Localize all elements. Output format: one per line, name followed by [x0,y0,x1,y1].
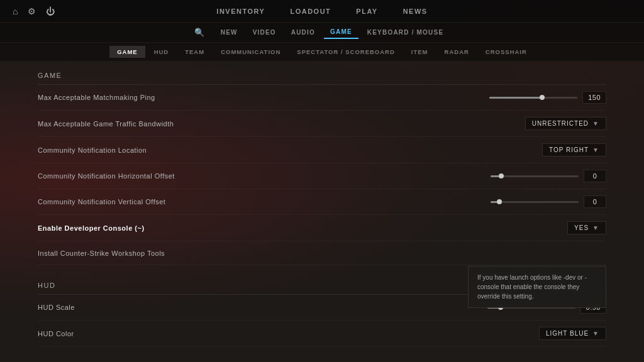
setting-row-notif-h-offset: Community Notification Horizontal Offset… [38,163,606,189]
sec-nav-game[interactable]: GAME [324,26,358,39]
max-ping-value[interactable]: 150 [582,91,606,104]
bandwidth-dropdown[interactable]: UNRESTRICTED ▼ [525,117,606,130]
max-ping-thumb[interactable] [540,95,545,100]
notif-v-value[interactable]: 0 [584,195,606,208]
game-section-header: Game [38,62,606,85]
tert-nav-communication[interactable]: COMMUNICATION [213,46,288,58]
setting-row-notif-v-offset: Community Notification Vertical Offset 0 [38,189,606,215]
dev-console-arrow: ▼ [592,224,599,231]
setting-row-notif-location: Community Notification Location TOP RIGH… [38,137,606,163]
settings-icon[interactable]: ⚙ [28,6,36,16]
notif-h-slider[interactable] [491,175,579,177]
nav-inventory[interactable]: INVENTORY [216,8,265,15]
notif-location-label: Community Notification Location [38,146,468,154]
tert-nav-spectator[interactable]: SPECTATOR / SCOREBOARD [289,46,402,58]
top-nav: ⌂ ⚙ ⏻ INVENTORY LOADOUT PLAY NEWS [0,0,644,23]
search-icon[interactable]: 🔍 [194,28,204,37]
settings-content: Game Max Acceptable Matchmaking Ping 150… [0,62,644,362]
notif-v-offset-label: Community Notification Vertical Offset [38,198,468,206]
dev-console-label: Enable Developer Console (~) [38,224,468,232]
hud-color-label: HUD Color [38,330,468,337]
tert-nav-crosshair[interactable]: CROSSHAIR [478,46,535,58]
dev-console-value: YES [574,224,589,231]
tert-nav-radar[interactable]: RADAR [437,46,477,58]
home-icon[interactable]: ⌂ [13,6,18,16]
sec-nav-video[interactable]: VIDEO [247,26,282,38]
power-icon[interactable]: ⏻ [46,6,55,16]
tert-nav-hud[interactable]: HUD [147,46,177,58]
nav-loadout[interactable]: LOADOUT [290,8,331,15]
dev-console-dropdown[interactable]: YES ▼ [567,221,606,234]
notif-h-value[interactable]: 0 [584,170,606,182]
hud-color-value: LIGHT BLUE [546,330,589,337]
tert-nav-team[interactable]: TEAM [177,46,212,58]
max-ping-control: 150 [468,91,606,104]
team-section-header: Team [38,353,606,362]
hud-color-arrow: ▼ [592,330,599,337]
workshop-tooltip: If you have launch options like -dev or … [468,266,606,308]
notif-v-slider[interactable] [491,201,579,203]
nav-play[interactable]: PLAY [356,8,377,15]
workshop-label: Install Counter-Strike Workshop Tools [38,250,468,257]
max-ping-label: Max Acceptable Matchmaking Ping [38,94,468,101]
max-ping-fill [489,97,542,99]
dev-console-control: YES ▼ [468,221,606,234]
bandwidth-arrow: ▼ [592,120,599,127]
hud-color-dropdown[interactable]: LIGHT BLUE ▼ [539,327,606,340]
top-nav-left: ⌂ ⚙ ⏻ [13,6,55,16]
notif-h-offset-control: 0 [468,170,606,182]
bandwidth-control: UNRESTRICTED ▼ [468,117,606,130]
notif-location-dropdown[interactable]: TOP RIGHT ▼ [542,143,606,156]
max-ping-slider[interactable] [489,97,577,99]
notif-location-arrow: ▼ [592,146,599,153]
notif-h-thumb[interactable] [499,173,504,178]
tertiary-nav: GAME HUD TEAM COMMUNICATION SPECTATOR / … [0,43,644,62]
top-nav-center: INVENTORY LOADOUT PLAY NEWS [216,8,427,15]
hud-scale-label: HUD Scale [38,304,468,311]
notif-location-control: TOP RIGHT ▼ [468,143,606,156]
setting-row-workshop: Install Counter-Strike Workshop Tools If… [38,241,606,265]
notif-h-offset-label: Community Notification Horizontal Offset [38,172,468,180]
setting-row-bandwidth: Max Acceptable Game Traffic Bandwidth UN… [38,111,606,137]
setting-row-dev-console: Enable Developer Console (~) YES ▼ [38,215,606,241]
bandwidth-label: Max Acceptable Game Traffic Bandwidth [38,120,468,128]
notif-v-thumb[interactable] [497,199,502,204]
setting-row-hud-color: HUD Color LIGHT BLUE ▼ [38,321,606,347]
tert-nav-game[interactable]: GAME [109,46,145,58]
secondary-nav: 🔍 NEW VIDEO AUDIO GAME KEYBOARD / MOUSE [0,23,644,43]
nav-news[interactable]: NEWS [403,8,428,15]
hud-color-control: LIGHT BLUE ▼ [468,327,606,340]
sec-nav-keyboard[interactable]: KEYBOARD / MOUSE [361,26,450,38]
notif-v-offset-control: 0 [468,195,606,208]
setting-row-max-ping: Max Acceptable Matchmaking Ping 150 [38,85,606,111]
bandwidth-value: UNRESTRICTED [532,120,589,127]
sec-nav-new[interactable]: NEW [214,26,244,38]
tert-nav-item[interactable]: ITEM [404,46,436,58]
sec-nav-audio[interactable]: AUDIO [285,26,321,38]
notif-location-value: TOP RIGHT [549,146,589,153]
